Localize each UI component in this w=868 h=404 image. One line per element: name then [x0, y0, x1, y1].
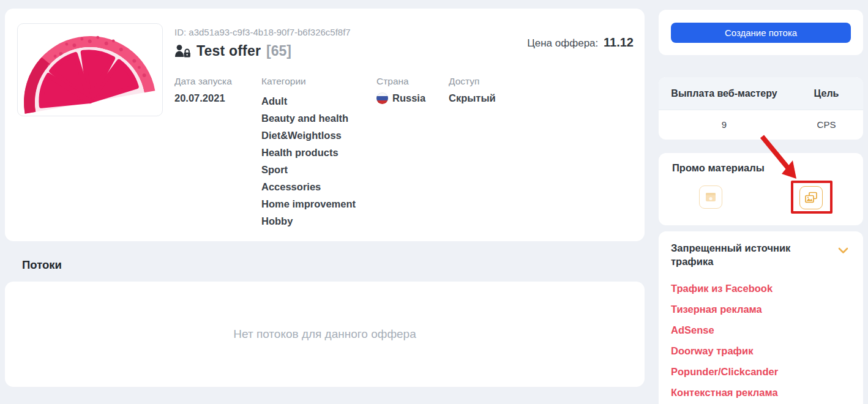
private-offer-icon [174, 45, 191, 58]
category-item: Health products [261, 144, 376, 161]
offer-price-label: Цена оффера: [527, 37, 598, 49]
promo-materials-title: Промо материалы [672, 162, 765, 174]
category-item: Sport [261, 161, 376, 178]
flows-empty-message: Нет потоков для данного оффера [233, 327, 416, 341]
stacked-images-icon [804, 192, 818, 204]
forbidden-link[interactable]: Popunder/Clickcander [671, 361, 851, 382]
grapefruit-slice-illustration [18, 24, 162, 116]
category-item: Accessories [261, 178, 376, 195]
goal-value: CPS [790, 119, 863, 130]
offer-price: Цена оффера: 11.12 [527, 36, 634, 50]
gallery-images-icon[interactable] [799, 186, 823, 209]
create-flow-card: Создание потока [659, 10, 863, 55]
category-item: Adult [261, 92, 376, 110]
payout-table-row: 9 CPS [659, 110, 863, 139]
offer-id: ID: a3d51a93-c9f3-4b18-90f7-b6f326c5f8f7 [174, 27, 351, 37]
forbidden-link[interactable]: AdSense [671, 320, 851, 340]
access-label: Доступ [449, 76, 496, 87]
category-item: Beauty and health [261, 110, 376, 127]
payout-table-card: Выплата веб-мастеру Цель 9 CPS [659, 77, 863, 140]
country-value: Russia [392, 92, 425, 104]
payout-value: 9 [659, 119, 790, 130]
country-label: Страна [376, 76, 449, 87]
category-item: Diet&Weightloss [261, 127, 376, 144]
forbidden-link[interactable]: Тизерная реклама [671, 299, 851, 320]
browser-window-icon [705, 192, 717, 203]
landing-page-icon[interactable] [699, 185, 722, 209]
offer-price-value: 11.12 [604, 36, 634, 49]
payout-header-webmaster: Выплата веб-мастеру [659, 88, 790, 99]
category-item: Home improvement [261, 195, 376, 212]
create-flow-button[interactable]: Создание потока [671, 23, 851, 43]
forbidden-sources-card: Запрещенный источник трафика Трафик из F… [659, 231, 863, 404]
flows-section-title: Потоки [22, 258, 62, 272]
categories-list: Adult Beauty and health Diet&Weightloss … [261, 92, 376, 230]
offer-product-image [17, 23, 163, 116]
forbidden-link[interactable]: Doorway трафик [671, 340, 851, 361]
flows-card: Нет потоков для данного оффера [5, 282, 645, 387]
forbidden-sources-list: Трафик из Facebook Тизерная реклама AdSe… [671, 278, 851, 404]
category-item: Hobby [261, 212, 376, 230]
promo-materials-card: Промо материалы [659, 153, 863, 225]
categories-label: Категории [261, 76, 376, 87]
offer-card: ID: a3d51a93-c9f3-4b18-90f7-b6f326c5f8f7… [5, 9, 645, 241]
chevron-down-icon[interactable] [838, 247, 848, 254]
access-value: Скрытый [449, 92, 496, 104]
forbidden-sources-title: Запрещенный источник трафика [671, 241, 799, 268]
payout-table-header: Выплата веб-мастеру Цель [659, 77, 863, 110]
payout-header-goal: Цель [790, 88, 863, 99]
launch-date-value: 20.07.2021 [174, 92, 261, 104]
forbidden-link[interactable]: Контекстная реклама [671, 382, 851, 403]
russia-flag-icon [376, 92, 388, 104]
offer-title: Test offer [196, 43, 261, 59]
launch-date-label: Дата запуска [174, 76, 261, 87]
forbidden-link[interactable]: Трафик из Facebook [671, 278, 851, 299]
offer-id-badge: [65] [266, 43, 291, 59]
